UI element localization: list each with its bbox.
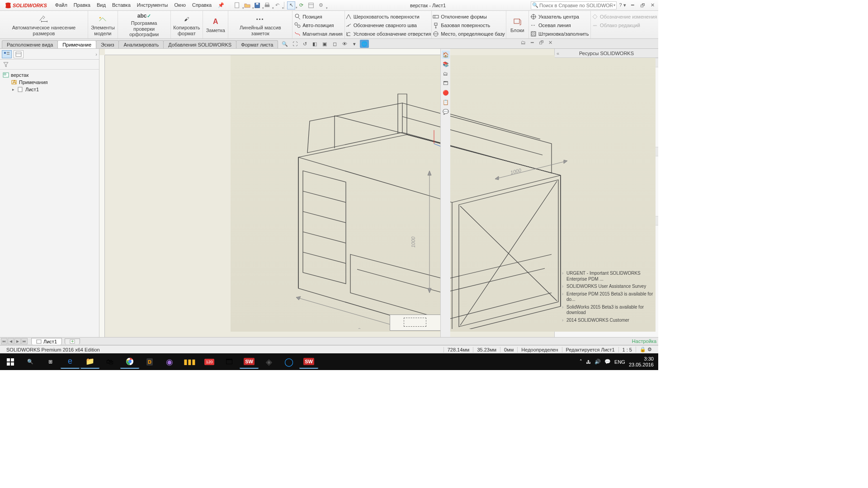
sheet-tab-1[interactable]: Лист1 xyxy=(31,338,62,345)
menu-edit[interactable]: Правка xyxy=(71,1,93,9)
graphics-area[interactable]: 2000 1000 1000 🏠 📚 🗂 🗔 🔴 📋 💬 xyxy=(99,49,554,337)
tp-news-4[interactable]: 2014 SOLIDWORKS Customer xyxy=(555,317,658,324)
taskbar-app5[interactable]: 🗔 xyxy=(220,355,239,369)
help-search-input[interactable] xyxy=(538,3,613,8)
taskbar-app6[interactable]: ◈ xyxy=(259,355,278,369)
tray-volume-icon[interactable]: 🔊 xyxy=(594,359,601,365)
task-view[interactable]: ⊞ xyxy=(41,355,60,369)
qat-options1[interactable] xyxy=(307,1,315,9)
tp-appearances[interactable]: 🔴 xyxy=(442,89,450,97)
tp-designlib[interactable]: 📚 xyxy=(442,60,450,68)
tp-setting-link[interactable]: Настройка xyxy=(632,338,656,344)
ribbon-surfinish[interactable]: Шероховатость поверхности xyxy=(345,13,431,20)
ribbon-datum[interactable]: Базовая поверхность xyxy=(433,21,505,29)
fm-tab-tree[interactable] xyxy=(2,50,12,58)
status-icons[interactable]: 🔒 ⚙ xyxy=(636,347,656,352)
qat-options2[interactable]: ⚙ xyxy=(317,1,325,9)
ribbon-holecallout[interactable]: Условное обозначение отверстия xyxy=(345,30,431,38)
view-scene[interactable]: 🌐 xyxy=(360,40,369,48)
tab-sheetformat[interactable]: Формат листа xyxy=(236,40,278,48)
ribbon-spellcheck[interactable]: abc✓ Программа проверки орфографии xyxy=(122,12,167,38)
tp-viewpalette[interactable]: 🗔 xyxy=(442,79,450,87)
tp-customprops[interactable]: 📋 xyxy=(442,98,450,106)
system-tray[interactable]: ˄ 🖧 🔊 💬 ENG 3:30 23.05.2016 xyxy=(580,356,657,367)
sheet-first[interactable]: ⏮ xyxy=(1,338,7,344)
tp-collapse-icon[interactable]: « xyxy=(557,51,559,56)
taskbar-store[interactable]: 🛍 xyxy=(100,355,119,369)
ribbon-magneticline[interactable]: Магнитная линия xyxy=(294,30,343,38)
ribbon-balloon[interactable]: Позиция xyxy=(294,13,343,20)
taskbar-explorer[interactable]: 📁 xyxy=(80,355,99,369)
doc-switch[interactable]: 🗂 xyxy=(519,39,527,46)
window-restore[interactable]: 🗗 xyxy=(638,1,646,9)
doc-close[interactable]: ✕ xyxy=(546,39,554,46)
tray-notifications-icon[interactable]: 💬 xyxy=(604,359,611,365)
sheet-add[interactable]: + xyxy=(65,338,80,344)
ribbon-weld[interactable]: Обозначение сварного шва xyxy=(345,21,431,29)
window-close[interactable]: ✕ xyxy=(648,1,656,9)
view-zoomarea[interactable]: ⛶ xyxy=(290,40,299,48)
tray-clock[interactable]: 3:30 23.05.2016 xyxy=(629,356,654,367)
menu-view[interactable]: Вид xyxy=(94,1,108,9)
ribbon-datumtarget[interactable]: Место, определяющее базу xyxy=(433,30,505,38)
fm-collapse-icon[interactable]: › xyxy=(95,52,97,57)
fm-tab-property[interactable] xyxy=(14,50,24,58)
tray-network-icon[interactable]: 🖧 xyxy=(586,359,591,365)
ribbon-hatch[interactable]: Штриховка/заполнить xyxy=(530,30,589,38)
qat-new[interactable] xyxy=(233,1,241,9)
sheet-prev[interactable]: ◀ xyxy=(8,338,14,344)
taskbar-edge[interactable]: e xyxy=(61,355,80,369)
view-section[interactable]: ◧ xyxy=(310,40,319,48)
menu-tools[interactable]: Инструменты xyxy=(134,1,171,9)
tp-news-2[interactable]: Enterprise PDM 2015 Beta3 is available f… xyxy=(555,291,658,304)
ribbon-modelitems[interactable]: Элементы модели xyxy=(91,12,115,38)
tp-news-1[interactable]: SOLIDWORKS User Assistance Survey xyxy=(555,283,658,291)
qat-select[interactable]: ↖ xyxy=(287,1,295,9)
help-dropdown[interactable]: ? ▾ xyxy=(618,1,627,9)
menu-window[interactable]: Окно xyxy=(171,1,189,9)
ribbon-lineararray[interactable]: ▪▪▪ Линейный массив заметок xyxy=(232,12,288,38)
tree-root[interactable]: верстак xyxy=(3,71,96,79)
qat-open[interactable] xyxy=(243,1,251,9)
tab-viewlayout[interactable]: Расположение вида xyxy=(2,40,58,48)
taskbar-chrome[interactable] xyxy=(120,355,139,369)
tp-fileexplorer[interactable]: 🗂 xyxy=(442,70,450,78)
ribbon-centerline[interactable]: Осевая линия xyxy=(530,21,589,29)
start-button[interactable] xyxy=(1,355,20,369)
view-orient[interactable]: ▣ xyxy=(320,40,329,48)
tree-sheet1[interactable]: ▸ Лист1 xyxy=(3,86,96,93)
tab-sketch[interactable]: Эскиз xyxy=(96,40,119,48)
sheet-overview[interactable] xyxy=(390,314,448,331)
taskbar-app1[interactable]: D xyxy=(140,355,159,369)
qat-print[interactable] xyxy=(263,1,271,9)
tab-addins[interactable]: Добавления SOLIDWORKS xyxy=(163,40,236,48)
tp-resources[interactable]: 🏠 xyxy=(442,51,450,59)
tab-annotation[interactable]: Примечание xyxy=(57,40,96,48)
taskbar-app2[interactable]: ◉ xyxy=(160,355,179,369)
expand-icon[interactable]: ▸ xyxy=(11,87,15,92)
menu-help[interactable]: Справка xyxy=(189,1,214,9)
taskbar-app7[interactable]: ◯ xyxy=(279,355,298,369)
taskbar-sw2[interactable]: SW xyxy=(299,355,318,369)
qat-save[interactable] xyxy=(253,1,261,9)
ribbon-blocks[interactable]: Блоки xyxy=(510,12,524,38)
sheet-last[interactable]: ⏭ xyxy=(21,338,28,344)
window-minimize[interactable]: ━ xyxy=(628,1,637,9)
view-appear[interactable]: ▾ xyxy=(350,40,359,48)
view-display[interactable]: ◻ xyxy=(330,40,339,48)
help-search[interactable]: 🔍 ▾ xyxy=(531,1,617,9)
view-zoomfit[interactable]: 🔍 xyxy=(280,40,289,48)
taskbar-sw1[interactable]: SW xyxy=(240,355,259,369)
doc-restore[interactable]: 🗗 xyxy=(537,39,545,46)
ribbon-centermark[interactable]: Указатель центра xyxy=(530,13,589,20)
ribbon-geotol[interactable]: Отклонение формы xyxy=(433,13,505,20)
tab-evaluate[interactable]: Анализировать xyxy=(118,40,164,48)
ribbon-autoballoon[interactable]: Авто-позиция xyxy=(294,21,343,29)
qat-rebuild[interactable]: ⟳ xyxy=(297,1,305,9)
view-hide[interactable]: 👁 xyxy=(340,40,349,48)
menu-insert[interactable]: Вставка xyxy=(109,1,133,9)
tray-chevron-icon[interactable]: ˄ xyxy=(580,359,582,365)
tray-language[interactable]: ENG xyxy=(614,359,625,365)
taskbar-search[interactable]: 🔍 xyxy=(21,355,40,369)
doc-minimize[interactable]: ━ xyxy=(528,39,536,46)
